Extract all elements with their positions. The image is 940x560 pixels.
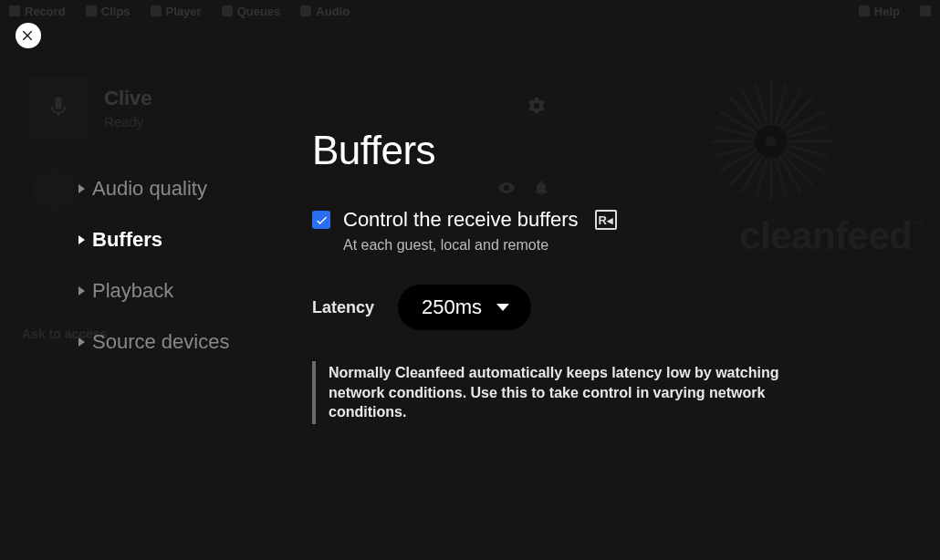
close-icon (21, 28, 36, 43)
latency-row: Latency 250ms (312, 285, 885, 330)
settings-nav: Audio quality Buffers Playback Source de… (78, 177, 229, 354)
info-note: Normally Cleanfeed automatically keeps l… (312, 361, 823, 424)
triangle-right-icon (78, 337, 85, 347)
nav-audio-quality[interactable]: Audio quality (78, 177, 229, 201)
triangle-right-icon (78, 235, 85, 244)
triangle-right-icon (78, 184, 85, 193)
info-note-text: Normally Cleanfeed automatically keeps l… (329, 363, 823, 422)
nav-source-devices[interactable]: Source devices (78, 330, 229, 354)
nav-playback[interactable]: Playback (78, 279, 229, 303)
chevron-down-icon (496, 304, 509, 311)
panel-title: Buffers (312, 128, 885, 173)
latency-select[interactable]: 250ms (398, 285, 531, 330)
receive-badge-icon: R◂ (595, 210, 617, 230)
modal-overlay: Audio quality Buffers Playback Source de… (0, 0, 940, 560)
close-button[interactable] (16, 23, 41, 48)
buffers-panel: Buffers Control the receive buffers R◂ A… (312, 128, 885, 424)
triangle-right-icon (78, 286, 85, 296)
nav-playback-label: Playback (92, 279, 173, 303)
nav-source-devices-label: Source devices (92, 330, 229, 354)
control-buffers-label: Control the receive buffers (343, 208, 579, 232)
control-buffers-sublabel: At each guest, local and remote (343, 237, 885, 254)
nav-buffers[interactable]: Buffers (78, 228, 229, 252)
nav-audio-quality-label: Audio quality (92, 177, 207, 201)
latency-value: 250ms (422, 296, 482, 319)
control-buffers-checkbox[interactable] (312, 211, 330, 229)
nav-buffers-label: Buffers (92, 228, 162, 252)
latency-label: Latency (312, 298, 374, 317)
check-icon (315, 213, 329, 227)
control-buffers-row: Control the receive buffers R◂ (312, 208, 885, 232)
